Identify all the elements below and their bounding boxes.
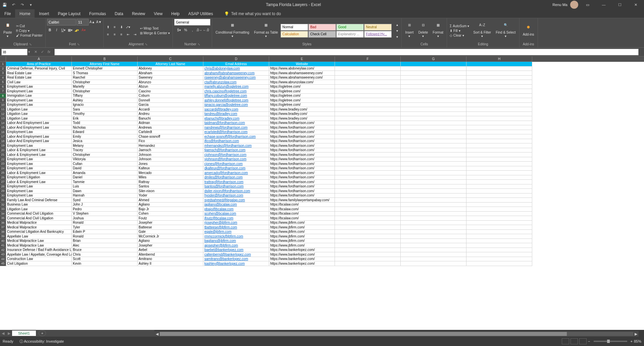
cell[interactable]: Hannah [72,193,138,198]
cell[interactable]: Employment Law [6,89,72,94]
cell[interactable]: Bajo Jr [138,207,203,212]
row-header[interactable]: 39 [0,234,6,239]
cell[interactable]: Accardi [138,107,203,112]
row-header[interactable]: 33 [0,207,6,212]
cell[interactable]: Christopher [72,153,138,157]
cell[interactable]: Viktoryia [72,157,138,162]
row-header[interactable]: 10 [0,103,6,107]
cell[interactable]: Employment Law [6,189,72,193]
font-color-icon[interactable]: A▾ [81,27,87,33]
cell[interactable]: Erik [72,116,138,121]
maximize-icon[interactable]: ☐ [613,0,627,9]
cell[interactable]: Real Estate Law [6,71,72,76]
row-header[interactable]: 24 [0,166,6,171]
tab-review[interactable]: Review [128,9,149,18]
row-header[interactable]: 12 [0,112,6,117]
cell[interactable]: Hernandez [138,143,203,148]
sheet-nav-next-icon[interactable]: ▶ [6,331,12,336]
cell[interactable]: Emmett Christopher [72,67,138,71]
cell[interactable]: V Stephen [72,212,138,216]
decrease-decimal-icon[interactable]: ←.0 [203,27,209,33]
styles-scroll-up-icon[interactable]: ▴ [394,21,400,28]
cell[interactable]: Brian [72,239,138,244]
cell[interactable]: Employment Law [6,103,72,107]
cell-email-link[interactable]: cjones@fordharrison.com [203,162,269,166]
cell[interactable]: Cascino [138,89,203,94]
row-header[interactable]: 20 [0,148,6,153]
cell[interactable]: https://www.jbfirm.com/ [269,243,335,248]
zoom-level[interactable]: 85% [634,339,641,343]
cell[interactable]: Andrews [138,125,203,130]
cell[interactable]: Ashley II [138,261,203,266]
cell[interactable]: Batteese [138,225,203,230]
font-size-select[interactable] [77,19,89,26]
merge-center-button[interactable]: ⊞ Merge & Center ▾ [139,31,171,35]
close-icon[interactable]: ✕ [629,0,643,9]
tab-asap[interactable]: ASAP Utilities [184,9,217,18]
cell[interactable]: Employment Law [6,162,72,166]
zoom-out-icon[interactable]: − [588,339,590,343]
cell[interactable]: Christopher [72,80,138,85]
cell-email-link[interactable]: chris@abdoneylaw.com [203,67,269,71]
cell[interactable]: https://www.bradley.com/ [269,116,335,121]
cell[interactable]: Johnson [138,157,203,162]
addins-button[interactable]: ⬢Add-ins [521,25,536,37]
header-cell[interactable]: Attorney Last Name [138,62,203,67]
cell[interactable]: Aebel [138,248,203,253]
cell[interactable]: Marielly [72,85,138,89]
cell[interactable]: https://www.bankerlopez.com/ [269,248,335,253]
style-check-cell[interactable]: Check Cell [308,31,336,38]
cell[interactable]: https://www.bankerlopez.com/ [269,252,335,257]
cell[interactable]: https://www.bankerlopez.com/ [269,257,335,262]
cell[interactable]: Kevin [72,261,138,266]
cell-email-link[interactable]: echase-sosnoff@fordharrison.com [203,134,269,139]
cell[interactable]: Coburn [138,94,203,98]
increase-font-icon[interactable]: A▲ [89,19,95,25]
row-header[interactable]: 8 [0,94,6,98]
font-name-select[interactable] [47,19,76,26]
cell[interactable]: https://www.fordharrison.com/ [269,175,335,180]
cell[interactable]: https://ogletree.com/ [269,103,335,107]
align-right-icon[interactable]: ≡ [118,31,125,37]
cell-email-link[interactable]: jagliano@bcalaw.com [203,203,269,207]
cell-email-link[interactable]: pbajo@bcalaw.com [203,207,269,212]
increase-indent-icon[interactable]: ⇥ [132,31,138,37]
cell[interactable]: Employment Law [6,166,72,171]
cell-email-link[interactable]: ebanuchi@bradley.com [203,116,269,121]
col-header-c[interactable]: C [138,56,203,62]
cell[interactable]: Dawn [72,189,138,193]
fill-color-icon[interactable]: ◢▾ [74,27,80,33]
header-cell[interactable]: Email Address [203,62,269,67]
cell-email-link[interactable]: scohen@bcalaw.com [203,212,269,216]
cell[interactable]: https://www.jbfirm.com/ [269,230,335,234]
row-header[interactable]: 14 [0,121,6,126]
cell[interactable]: https://www.fordharrison.com/ [269,157,335,162]
orientation-icon[interactable]: ⤢▾ [125,24,131,30]
cell[interactable]: Alec [72,243,138,248]
cell[interactable]: Edward [72,130,138,135]
cell[interactable]: Jaensch [138,148,203,153]
increase-decimal-icon[interactable]: .0→ [196,27,202,33]
cell[interactable]: https://www.abrunzolaw.com/ [269,80,335,85]
clear-button[interactable]: ◇ Clear ▾ [448,33,470,38]
cell[interactable]: Kalteux [138,166,203,171]
cell[interactable]: https://www.abdoneylaw.com/ [269,67,335,71]
cell[interactable]: Labor And Employment Law [6,121,72,126]
cell[interactable]: https://www.bankerlopez.com/ [269,261,335,266]
find-select-button[interactable]: 🔍Find & Select▾ [494,23,517,39]
comma-icon[interactable]: , [189,27,195,33]
select-all-corner[interactable] [0,56,6,62]
tab-page-layout[interactable]: Page Layout [53,9,85,18]
cell[interactable]: Immigration Law [6,94,72,98]
cell[interactable]: Litigation Law [6,207,72,212]
font-launcher-icon[interactable]: ⤡ [77,43,80,46]
cell[interactable]: https://www.abrahamsweeney.com/ [269,71,335,76]
scroll-left-icon[interactable]: ◀ [154,332,160,336]
cell[interactable]: Daniel [72,175,138,180]
cell-email-link[interactable]: baebel@bankerlopez.com [203,248,269,253]
cell-email-link[interactable]: cjohnson@fordharrison.com [203,153,269,157]
cell[interactable]: Syed [72,198,138,203]
cell[interactable]: https://www.fordharrison.com/ [269,162,335,166]
col-header-b[interactable]: B [72,56,138,62]
cell[interactable]: Altenbernd [138,252,203,257]
